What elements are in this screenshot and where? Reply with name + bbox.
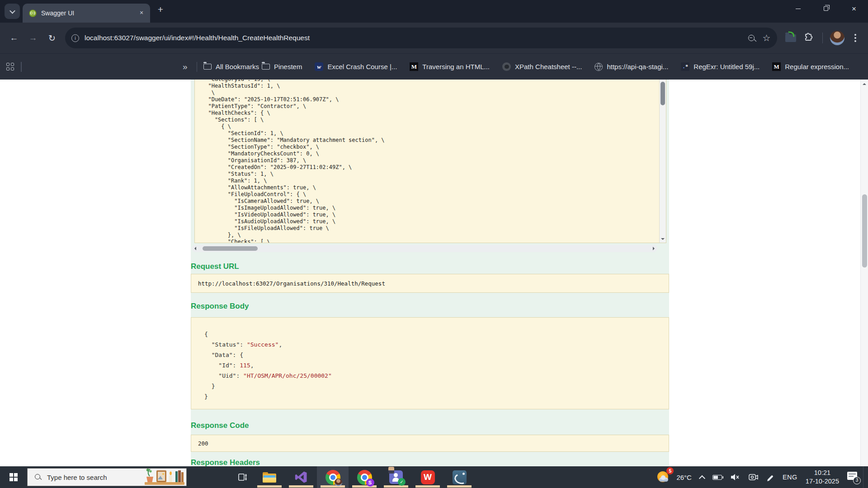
taskbar-search-box[interactable]: Type here to search (27, 468, 187, 486)
bookmark-star-icon[interactable]: ☆ (763, 33, 771, 42)
code-line: "Sections": [ \ (202, 117, 385, 123)
teams-icon: ✓ (389, 470, 403, 484)
page-scroll-up-arrow[interactable] (861, 81, 868, 87)
all-bookmarks-button[interactable]: All Bookmarks (203, 63, 259, 70)
toolbar-divider (822, 33, 823, 43)
file-explorer-icon (263, 472, 276, 483)
bookmark-item[interactable]: .* RegExr: Untitled 59j... (681, 62, 760, 71)
bookmark-item[interactable]: Pinestem (262, 63, 302, 70)
back-button[interactable]: ← (6, 30, 22, 46)
bookmark-item[interactable]: M Regular expression... (772, 62, 849, 71)
bookmark-label: Traversing an HTML... (422, 63, 490, 70)
response-code-value: 200 (198, 440, 208, 447)
reload-button[interactable]: ↻ (44, 30, 60, 46)
code-line: "HealthChecks": { \ (202, 110, 385, 117)
tray-overflow-button[interactable] (696, 466, 708, 488)
mysql-workbench-icon (453, 470, 467, 484)
window-controls: × (784, 0, 868, 17)
response-body-line: "Uid": "HT/OSM/APR/ohc/25/00002" (204, 371, 669, 381)
profile-avatar[interactable] (830, 31, 844, 45)
restore-icon (824, 6, 828, 11)
menu-kebab-icon[interactable] (854, 37, 856, 39)
bookmark-item[interactable]: XPath Cheatsheet --... (502, 62, 582, 71)
teams-status-check-icon: ✓ (398, 478, 406, 486)
chrome-primary-button[interactable] (317, 466, 349, 488)
pen-icon (766, 473, 774, 481)
tab-close-icon[interactable]: × (137, 9, 146, 17)
weather-widget[interactable]: 5 26°C (653, 466, 696, 488)
volume-status[interactable] (726, 466, 744, 488)
zoom-out-icon[interactable] (748, 35, 755, 41)
request-payload-textarea[interactable]: "CategoryId": 15, \ "HealthStatusId": 1,… (194, 80, 666, 243)
meet-now-button[interactable] (744, 466, 762, 488)
bookmarks-divider (197, 62, 198, 72)
code-line: { \ (202, 123, 385, 130)
screen: Swagger UI × + × ← → ↻ i localhost:63027… (0, 0, 868, 488)
show-desktop-button[interactable] (863, 466, 865, 488)
notification-center-button[interactable]: 3 (843, 466, 863, 488)
minimize-button[interactable] (784, 0, 812, 17)
response-body-heading: Response Body (191, 302, 249, 311)
vertical-scroll-thumb[interactable] (660, 82, 665, 105)
payload-vertical-scrollbar[interactable] (659, 80, 666, 243)
address-bar[interactable]: i localhost:63027/swagger/ui/index#!/Hea… (65, 28, 777, 48)
new-tab-button[interactable]: + (154, 3, 167, 17)
response-code-heading: Response Code (191, 421, 249, 430)
code-line: "MandatoryChecksCount": 0, \ (202, 150, 385, 157)
horizontal-scroll-thumb[interactable] (203, 246, 258, 251)
tab-search-button[interactable] (5, 4, 20, 19)
horizontal-scroll-track[interactable] (199, 245, 650, 252)
page-viewport: "CategoryId": 15, \ "HealthStatusId": 1,… (0, 80, 868, 466)
request-url-heading: Request URL (191, 262, 239, 271)
task-view-button[interactable] (232, 466, 254, 488)
file-explorer-button[interactable] (254, 466, 285, 488)
medium-icon: M (772, 62, 781, 71)
code-line: "IsAudioUploadAllowed": true, \ (202, 218, 385, 225)
clock[interactable]: 10:21 17-10-2025 (802, 466, 843, 488)
request-payload-code: "CategoryId": 15, \ "HealthStatusId": 1,… (202, 80, 385, 243)
teams-button[interactable]: ✓ (380, 466, 412, 488)
forward-button[interactable]: → (25, 30, 41, 46)
scroll-left-arrow[interactable] (192, 245, 199, 252)
code-line: "CreatedOn": "2025-09-27T11:02:49Z", \ (202, 164, 385, 171)
pen-settings-button[interactable] (762, 466, 778, 488)
extensions-puzzle-icon[interactable] (803, 32, 814, 44)
bookmarks-overflow-chevron[interactable]: » (183, 62, 188, 72)
code-line: "FileUploadControl": { \ (202, 191, 385, 198)
apps-grid-icon[interactable] (6, 63, 14, 71)
medium-icon: M (410, 62, 418, 71)
bookmark-item[interactable]: M Traversing an HTML... (410, 62, 490, 71)
weather-sun-cloud-icon: 5 (657, 469, 672, 485)
payload-horizontal-scrollbar[interactable] (192, 245, 657, 252)
code-line: "AllowAttachments": true, \ (202, 184, 385, 191)
bookmark-item[interactable]: https://api-qa-stagi... (594, 63, 668, 71)
restore-button[interactable] (812, 0, 840, 17)
code-line: "SectionId": 1, \ (202, 130, 385, 137)
close-button[interactable]: × (840, 0, 868, 17)
code-line: "SectionType": "checkbox", \ (202, 144, 385, 150)
wps-office-button[interactable]: W (412, 466, 443, 488)
chrome-profile2-button[interactable]: S (349, 466, 380, 488)
url-text[interactable]: localhost:63027/swagger/ui/index#!/Healt… (85, 34, 740, 42)
chrome-icon (326, 470, 340, 485)
bookmark-item[interactable]: w Excel Crash Course |... (315, 62, 397, 71)
code-line: "IsCameraAllowed": true, \ (202, 198, 385, 205)
notification-count-badge: 3 (853, 477, 861, 484)
search-icon (35, 474, 42, 481)
extension-folder-icon[interactable] (785, 34, 796, 42)
start-button[interactable] (0, 466, 27, 488)
battery-status[interactable] (708, 466, 726, 488)
scroll-down-arrow[interactable] (660, 235, 666, 243)
scroll-right-arrow[interactable] (650, 245, 657, 252)
bookmarks-right: » All Bookmarks (183, 62, 262, 72)
page-scroll-thumb[interactable] (862, 194, 867, 267)
response-body-box: { "Status": "Success", "Data": { "Id": 1… (191, 317, 669, 409)
mysql-workbench-button[interactable] (443, 466, 475, 488)
visual-studio-button[interactable] (285, 466, 317, 488)
page-scrollbar[interactable] (860, 80, 868, 466)
task-view-icon (237, 472, 248, 483)
language-indicator[interactable]: ENG (778, 466, 802, 488)
site-info-icon[interactable]: i (71, 34, 79, 42)
browser-tab[interactable]: Swagger UI × (23, 4, 150, 23)
notification-icon: 3 (847, 472, 859, 483)
